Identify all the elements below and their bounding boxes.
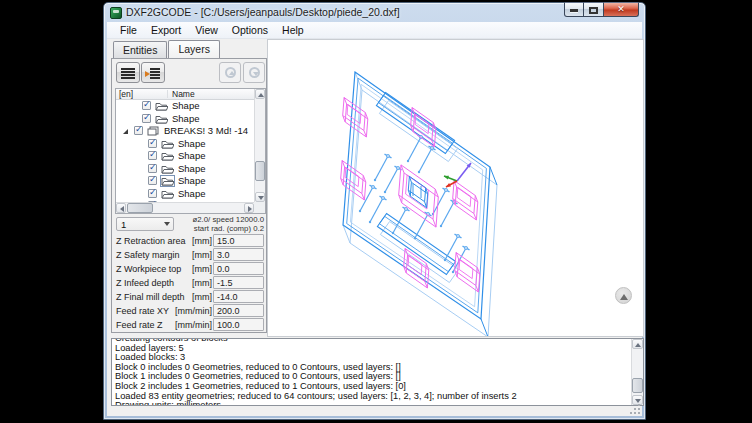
tool-number-select[interactable]: 1 — [116, 217, 174, 231]
layer-name: Shape — [172, 113, 199, 124]
folder-icon — [161, 189, 174, 199]
column-divider — [167, 90, 168, 98]
tree-row[interactable]: ✓Shape — [116, 150, 254, 163]
arrow-up-icon — [225, 67, 236, 78]
layer-checkbox[interactable]: ✓ — [142, 101, 151, 110]
check-icon: ✓ — [149, 149, 157, 159]
param-value-field[interactable]: 100.0 — [213, 318, 264, 331]
param-value-field[interactable]: 200.0 — [213, 304, 264, 317]
param-value-field[interactable]: 3.0 — [213, 248, 264, 261]
folder-icon — [155, 101, 168, 111]
tree-row[interactable]: ✓Shape — [116, 188, 254, 201]
layer-checkbox[interactable]: ✓ — [142, 114, 151, 123]
param-name: Z Safety margin — [116, 250, 180, 260]
layer-checkbox[interactable]: ✓ — [148, 189, 157, 198]
scroll-left-button[interactable] — [116, 203, 126, 213]
log-scroll-up-button[interactable] — [632, 339, 643, 349]
tree-hscroll-thumb[interactable] — [127, 203, 153, 213]
layer-name: BREAKS! 3 Md! -14 — [164, 125, 248, 136]
scroll-down-icon — [635, 399, 641, 403]
param-value-field[interactable]: -1.5 — [213, 276, 264, 289]
drill-point — [386, 154, 389, 157]
tree-vertical-scrollbar[interactable] — [254, 89, 265, 202]
drill-tip — [369, 221, 371, 223]
expand-all-button[interactable] — [141, 62, 165, 83]
menu-file[interactable]: File — [113, 22, 144, 38]
layer-name: Shape — [178, 150, 205, 161]
tree-row[interactable]: ✓Shape — [116, 138, 254, 151]
drill-point — [430, 146, 433, 149]
param-label: Z Final mill depth[mm] — [116, 292, 212, 302]
layer-name: Shape — [178, 163, 205, 174]
param-name: Z Retraction area — [116, 236, 186, 246]
tool-start-radius: start rad. (comp) 0.2 — [172, 224, 264, 233]
title-bar[interactable]: DXF2GCODE - [C:/Users/jeanpauls/Desktop/… — [104, 3, 645, 22]
tree-header[interactable]: [en] Name — [116, 89, 254, 100]
layer-checkbox[interactable]: ✓ — [148, 139, 157, 148]
scroll-right-button[interactable] — [244, 203, 254, 213]
check-icon: ✓ — [143, 112, 151, 122]
drill-axis — [441, 202, 454, 226]
menu-export[interactable]: Export — [144, 22, 188, 38]
scroll-right-icon — [248, 206, 252, 212]
close-button[interactable]: ✕ — [604, 2, 639, 17]
menu-view[interactable]: View — [188, 22, 225, 38]
drill-tip — [414, 237, 416, 239]
tab-entities[interactable]: Entities — [113, 41, 167, 58]
drill-tip — [440, 225, 442, 227]
log-vscroll-thumb[interactable] — [632, 378, 643, 393]
pocket-inner — [457, 187, 471, 206]
close-icon: ✕ — [604, 4, 638, 14]
resize-grip[interactable] — [630, 404, 640, 414]
minimize-button[interactable] — [564, 2, 584, 17]
y-axis-arrow-head — [444, 176, 449, 180]
log-vertical-scrollbar[interactable] — [631, 339, 643, 405]
layer-checkbox[interactable]: ✓ — [148, 151, 157, 160]
chevron-down-icon — [164, 222, 170, 226]
tree-vscroll-thumb[interactable] — [255, 161, 265, 181]
param-row: Feed rate Z[mm/min]100.0 — [116, 318, 262, 332]
folder-icon — [161, 164, 174, 174]
param-name: Z Workpiece top — [116, 264, 181, 274]
scroll-up-button[interactable] — [255, 89, 265, 99]
tab-layers[interactable]: Layers — [168, 40, 220, 58]
param-value-field[interactable]: -14.0 — [213, 290, 264, 303]
window-title: DXF2GCODE - [C:/Users/jeanpauls/Desktop/… — [126, 6, 400, 18]
drawing-canvas[interactable] — [267, 39, 644, 337]
menu-help[interactable]: Help — [275, 22, 311, 38]
folder-icon — [161, 139, 174, 149]
collapse-all-button[interactable] — [116, 62, 140, 83]
layer-checkbox[interactable]: ✓ — [134, 126, 143, 135]
param-label: Feed rate XY[mm/min] — [116, 306, 212, 316]
param-value-field[interactable]: 15.0 — [213, 234, 264, 247]
maximize-button[interactable] — [584, 2, 604, 17]
param-name: Feed rate Z — [116, 320, 163, 330]
machining-parameters: Z Retraction area[mm]15.0Z Safety margin… — [116, 234, 262, 332]
tree-row[interactable]: ✓Shape — [116, 100, 254, 113]
folder-icon — [161, 151, 174, 161]
tree-row[interactable]: ✓Shape — [116, 175, 254, 188]
scroll-down-button[interactable] — [255, 192, 265, 202]
move-layer-down-button[interactable] — [243, 62, 265, 83]
param-value-field[interactable]: 0.0 — [213, 262, 264, 275]
tree-row[interactable]: ✓Shape — [116, 163, 254, 176]
scroll-up-icon — [635, 343, 641, 347]
menu-options[interactable]: Options — [225, 22, 275, 38]
expand-triangle-icon[interactable] — [123, 129, 128, 134]
move-layer-up-button[interactable] — [219, 62, 241, 83]
layer-checkbox[interactable]: ✓ — [148, 176, 157, 185]
tree-row[interactable]: ✓BREAKS! 3 Md! -14 — [116, 125, 254, 138]
scroll-up-icon — [258, 93, 264, 97]
drill-point — [396, 166, 399, 169]
tree-horizontal-scrollbar[interactable] — [116, 202, 254, 213]
message-log[interactable]: Creating contours of blocksLoaded layers… — [111, 338, 644, 406]
drill-tip — [384, 191, 386, 193]
param-label: Z Retraction area[mm] — [116, 236, 212, 246]
drill-axis — [419, 148, 432, 172]
param-row: Z Retraction area[mm]15.0 — [116, 234, 262, 248]
layer-checkbox[interactable]: ✓ — [148, 164, 157, 173]
drill-axis — [385, 168, 398, 192]
drill-axis — [415, 214, 428, 238]
canvas-corner-button[interactable] — [615, 287, 632, 304]
param-label: Feed rate Z[mm/min] — [116, 320, 212, 330]
